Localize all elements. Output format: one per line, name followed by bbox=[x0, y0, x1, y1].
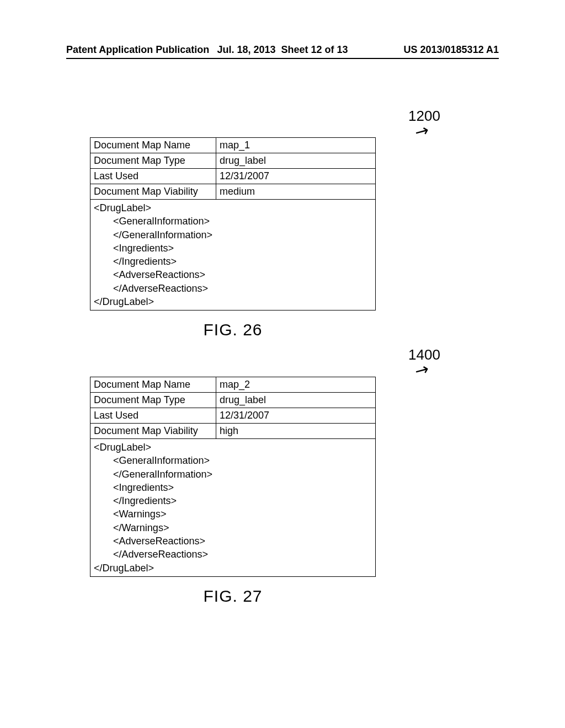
header-date-sheet: Jul. 18, 2013 Sheet 12 of 13 bbox=[217, 44, 348, 56]
fig26-table: Document Map Name map_1 Document Map Typ… bbox=[90, 137, 376, 311]
figure-caption-27: FIG. 27 bbox=[90, 587, 376, 606]
header-left: Patent Application Publication bbox=[66, 44, 209, 56]
cell-key: Last Used bbox=[90, 408, 216, 424]
cell-value: map_1 bbox=[216, 138, 376, 153]
table-row: Document Map Name map_2 bbox=[90, 377, 376, 393]
ref-number-1200: 1200 bbox=[408, 108, 440, 125]
cell-value: 12/31/2007 bbox=[216, 169, 376, 184]
cell-value: high bbox=[216, 424, 376, 439]
table-row: Last Used 12/31/2007 bbox=[90, 169, 376, 184]
table-row: Document Map Type drug_label bbox=[90, 153, 376, 169]
figure-26: Document Map Name map_1 Document Map Typ… bbox=[90, 137, 376, 339]
cell-value: medium bbox=[216, 184, 376, 200]
cell-value: drug_label bbox=[216, 153, 376, 169]
table-row: Last Used 12/31/2007 bbox=[90, 408, 376, 424]
table-row-xml: <DrugLabel> <GeneralInformation> </Gener… bbox=[90, 439, 376, 577]
ref-number-1400: 1400 bbox=[408, 346, 440, 363]
cell-key: Document Map Viability bbox=[90, 424, 216, 439]
xml-content: <DrugLabel> <GeneralInformation> </Gener… bbox=[90, 439, 376, 577]
figure-27: Document Map Name map_2 Document Map Typ… bbox=[90, 377, 376, 606]
header-pubno: US 2013/0185312 A1 bbox=[404, 44, 499, 56]
table-row: Document Map Viability medium bbox=[90, 184, 376, 200]
cell-value: drug_label bbox=[216, 393, 376, 408]
cell-key: Last Used bbox=[90, 169, 216, 184]
fig27-table: Document Map Name map_2 Document Map Typ… bbox=[90, 377, 376, 577]
cell-value: map_2 bbox=[216, 377, 376, 393]
table-row: Document Map Name map_1 bbox=[90, 138, 376, 153]
page-header: Patent Application Publication Jul. 18, … bbox=[66, 44, 499, 59]
cell-key: Document Map Viability bbox=[90, 184, 216, 200]
figure-caption-26: FIG. 26 bbox=[90, 320, 376, 339]
cell-key: Document Map Name bbox=[90, 377, 216, 393]
table-row-xml: <DrugLabel> <GeneralInformation> </Gener… bbox=[90, 200, 376, 311]
cell-key: Document Map Type bbox=[90, 153, 216, 169]
cell-key: Document Map Type bbox=[90, 393, 216, 408]
xml-content: <DrugLabel> <GeneralInformation> </Gener… bbox=[90, 200, 376, 311]
cell-value: 12/31/2007 bbox=[216, 408, 376, 424]
header-date: Jul. 18, 2013 bbox=[217, 44, 275, 55]
table-row: Document Map Viability high bbox=[90, 424, 376, 439]
table-row: Document Map Type drug_label bbox=[90, 393, 376, 408]
cell-key: Document Map Name bbox=[90, 138, 216, 153]
header-sheet: Sheet 12 of 13 bbox=[281, 44, 348, 55]
patent-page: Patent Application Publication Jul. 18, … bbox=[0, 0, 565, 728]
